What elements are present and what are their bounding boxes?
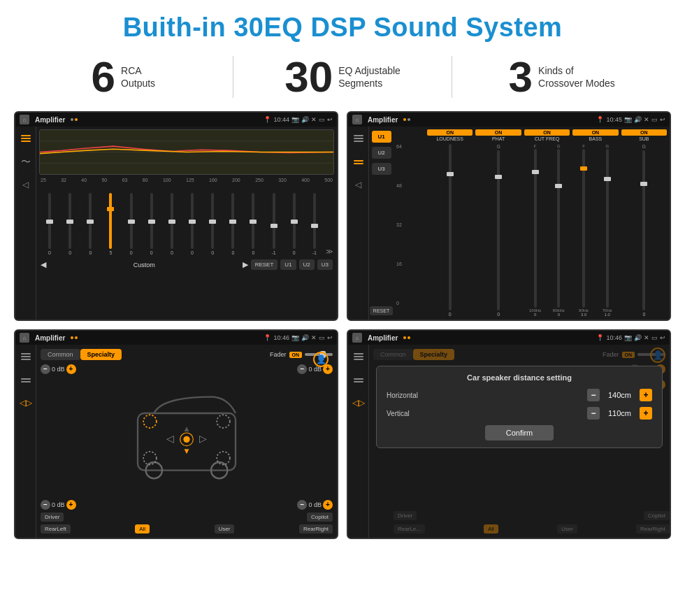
bass-g-fader[interactable]: 70Hz 1.0	[596, 149, 619, 317]
cutfreq-g-fader[interactable]: 80kHz 0	[548, 149, 570, 317]
home-icon-eq[interactable]: ⌂	[20, 115, 29, 124]
home-icon-crossover[interactable]: ⌂	[352, 115, 362, 124]
top-left-plus[interactable]: +	[66, 364, 76, 374]
eq-slider-11[interactable]: 0	[244, 185, 262, 255]
eq-more-icon[interactable]: ≫	[326, 248, 333, 255]
common-vol-side-icon[interactable]: ◁▷	[20, 398, 32, 408]
eq-slider-13[interactable]: 0	[285, 185, 303, 255]
bottom-right-plus[interactable]: +	[323, 500, 333, 510]
vertical-row: Vertical − 110cm +	[387, 407, 652, 420]
cutfreq-on[interactable]: ON	[524, 129, 570, 136]
eq-slider-8[interactable]: 0	[183, 185, 201, 255]
confirm-button[interactable]: Confirm	[485, 425, 554, 440]
vertical-minus-btn[interactable]: −	[587, 407, 600, 420]
bass-f-fader[interactable]: 90Hz 3.0	[572, 149, 595, 317]
eq-slider-14[interactable]: -1	[305, 185, 324, 255]
copilot-btn[interactable]: Copilot	[307, 513, 333, 522]
eq-slider-5[interactable]: 0	[122, 185, 140, 255]
driver-btn[interactable]: Driver	[41, 513, 64, 522]
eq-vol-side-icon[interactable]: ◁	[22, 180, 29, 189]
eq-slider-12[interactable]: -1	[265, 185, 283, 255]
cutfreq-f-fader[interactable]: 100Hz 0	[524, 149, 547, 317]
crossover-u3-btn[interactable]: U3	[372, 163, 391, 175]
loudness-fader[interactable]: 0	[427, 144, 473, 317]
home-icon-dialog[interactable]: ⌂	[352, 333, 362, 343]
sub-on[interactable]: ON	[621, 129, 667, 136]
eq-slider-3[interactable]: 0	[81, 185, 99, 255]
phat-fader[interactable]: G 0	[475, 144, 521, 317]
crossover-x-icon: ✕	[644, 116, 649, 123]
common-back-icon[interactable]: ↩	[327, 334, 333, 341]
crossover-back-icon[interactable]: ↩	[660, 116, 665, 123]
dialog-settings-icon[interactable]	[352, 350, 365, 363]
dialog-back-icon[interactable]: ↩	[660, 334, 665, 341]
top-right-minus[interactable]: −	[297, 364, 307, 374]
crossover-u1-btn[interactable]: U1	[372, 131, 391, 143]
crossover-vol-side-icon[interactable]: ◁	[355, 180, 361, 189]
common-wave-icon[interactable]	[20, 374, 32, 387]
dialog-wave-icon[interactable]	[352, 374, 365, 387]
horizontal-plus-btn[interactable]: +	[640, 389, 652, 401]
bottom-left-plus[interactable]: +	[66, 500, 76, 510]
fader-label: Fader	[270, 351, 287, 358]
eq-settings-icon[interactable]	[20, 132, 32, 145]
all-btn[interactable]: All	[135, 524, 150, 533]
crossover-u2-btn[interactable]: U2	[372, 147, 391, 159]
dialog-vol-side-icon[interactable]: ◁▷	[352, 398, 365, 408]
bottom-left-minus[interactable]: −	[41, 500, 50, 510]
dialog-loc-icon: 📍	[596, 334, 604, 341]
stat-crossover: 3 Kinds ofCrossover Modes	[452, 55, 671, 99]
dialog-sidebar: ◁▷	[348, 345, 369, 538]
crossover-settings-icon[interactable]	[352, 132, 365, 145]
eq-reset-btn[interactable]: RESET	[251, 259, 278, 270]
eq-slider-9[interactable]: 0	[203, 185, 222, 255]
eq-slider-1[interactable]: 0	[41, 185, 59, 255]
rearright-btn[interactable]: RearRight	[299, 524, 333, 533]
loudness-on[interactable]: ON	[427, 129, 473, 136]
bass-on[interactable]: ON	[572, 129, 618, 136]
common-settings-icon[interactable]	[20, 350, 32, 363]
eq-slider-6[interactable]: 0	[143, 185, 161, 255]
rearleft-btn[interactable]: RearLeft	[41, 524, 71, 533]
common-main: Common Specialty Fader ON 👤	[36, 345, 337, 538]
eq-u3-btn[interactable]: U3	[317, 259, 333, 270]
eq-prev-icon[interactable]: ◀	[41, 260, 46, 269]
eq-wave-icon[interactable]: 〜	[21, 156, 31, 169]
horizontal-minus-btn[interactable]: −	[587, 389, 600, 401]
tab-specialty[interactable]: Specialty	[80, 349, 122, 360]
home-icon-common[interactable]: ⌂	[20, 333, 29, 343]
sub-fader[interactable]: G 0	[621, 144, 667, 317]
crossover-cam-icon: 📷	[624, 116, 632, 123]
bottom-right-minus[interactable]: −	[297, 500, 307, 510]
crossover-wave-icon[interactable]	[352, 156, 365, 169]
crossover-presets: U1 U2 U3 RESET	[369, 127, 394, 320]
eq-slider-4[interactable]: 5	[101, 185, 120, 255]
stat-crossover-label: Kinds ofCrossover Modes	[538, 64, 615, 89]
eq-slider-7[interactable]: 0	[163, 185, 181, 255]
common-loc-icon: 📍	[264, 334, 271, 341]
phat-on[interactable]: ON	[475, 129, 521, 136]
eq-u2-btn[interactable]: U2	[299, 259, 315, 270]
top-left-minus[interactable]: −	[41, 364, 50, 374]
eq-time: 10:44	[273, 116, 289, 123]
top-right-plus[interactable]: +	[323, 364, 333, 374]
dialog-x-icon: ✕	[644, 334, 649, 341]
svg-text:▷: ▷	[199, 433, 207, 444]
fader-on-badge[interactable]: ON	[289, 352, 303, 358]
crossover-reset-btn[interactable]: RESET	[370, 306, 393, 315]
vertical-plus-btn[interactable]: +	[640, 407, 652, 420]
eq-next-icon[interactable]: ▶	[243, 260, 248, 269]
tab-common[interactable]: Common	[41, 349, 80, 360]
screen-eq: ⌂ Amplifier 📍 10:44 📷 🔊 ✕ ▭ ↩	[14, 111, 338, 321]
horizontal-value: − 140cm +	[587, 389, 652, 401]
bottom-btns-row2: RearLeft All User RearRight	[41, 524, 333, 533]
user-btn[interactable]: User	[215, 524, 235, 533]
eq-back-icon[interactable]: ↩	[327, 116, 333, 123]
eq-u1-btn[interactable]: U1	[280, 259, 296, 270]
dialog-content: ◁▷ Common Specialty Fader ON	[348, 345, 670, 538]
eq-slider-10[interactable]: 0	[224, 185, 242, 255]
common-vol-icon: 🔊	[301, 334, 309, 341]
crossover-loc-icon: 📍	[596, 116, 604, 123]
eq-slider-2[interactable]: 0	[61, 185, 79, 255]
eq-sliders: 0 0 0 5	[39, 185, 334, 255]
